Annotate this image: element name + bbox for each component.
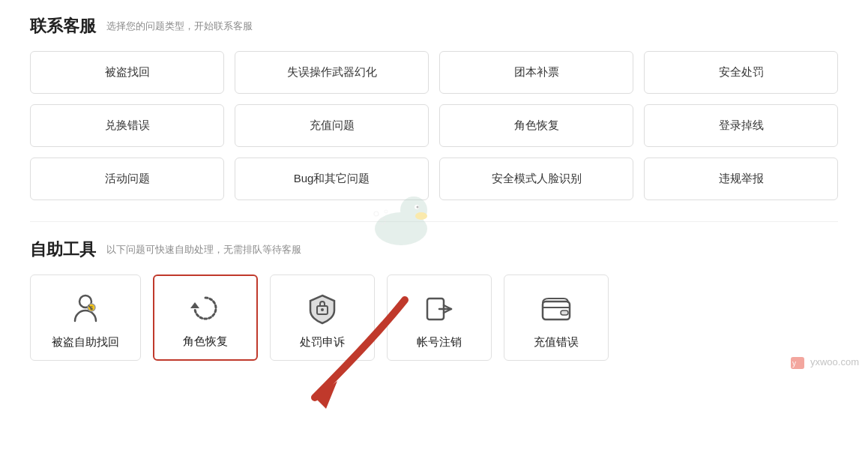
tool-recharge-label: 充值错误 xyxy=(534,335,579,350)
tools-subtitle: 以下问题可快速自助处理，无需排队等待客服 xyxy=(106,243,301,256)
btn-role-restore[interactable]: 角色恢复 xyxy=(439,104,633,147)
tool-penalty-label: 处罚申诉 xyxy=(300,335,345,350)
btn-recharge[interactable]: 充值问题 xyxy=(235,104,429,147)
svg-point-14 xyxy=(417,206,419,208)
svg-marker-3 xyxy=(190,302,199,308)
tool-account-cancel[interactable]: 帐号注销 xyxy=(387,274,492,361)
svg-point-11 xyxy=(400,196,427,224)
watermark-text: yxwoo.com xyxy=(810,356,859,368)
logout-icon xyxy=(423,290,456,328)
btn-login-drop[interactable]: 登录掉线 xyxy=(644,104,838,147)
tool-stolen-label: 被盗自助找回 xyxy=(52,335,119,350)
wallet-icon xyxy=(540,290,573,328)
svg-point-17 xyxy=(385,210,388,213)
tool-recharge-error[interactable]: 充值错误 xyxy=(504,274,609,361)
svg-point-16 xyxy=(374,212,379,216)
tool-role-restore[interactable]: 角色恢复 xyxy=(153,274,258,361)
svg-marker-18 xyxy=(315,381,337,409)
btn-report[interactable]: 违规举报 xyxy=(644,158,838,200)
refresh-icon xyxy=(189,290,222,327)
contact-section-header: 联系客服 选择您的问题类型，开始联系客服 xyxy=(30,15,838,38)
svg-rect-9 xyxy=(561,310,568,315)
btn-weapon[interactable]: 失误操作武器幻化 xyxy=(235,51,429,94)
tool-cancel-label: 帐号注销 xyxy=(417,335,462,350)
tools-section: 自助工具 以下问题可快速自助处理，无需排队等待客服 $ 被盗自助找回 xyxy=(30,238,838,361)
svg-text:y: y xyxy=(792,359,796,368)
watermark: y yxwoo.com xyxy=(790,356,859,370)
btn-bug[interactable]: Bug和其它问题 xyxy=(235,158,429,200)
contact-title: 联系客服 xyxy=(30,15,96,38)
tools-grid: $ 被盗自助找回 角色恢复 xyxy=(30,274,838,361)
tool-role-label: 角色恢复 xyxy=(183,334,228,349)
tool-stolen-recovery[interactable]: $ 被盗自助找回 xyxy=(30,274,141,361)
btn-face-auth[interactable]: 安全模式人脸识别 xyxy=(439,158,633,200)
btn-stolen[interactable]: 被盗找回 xyxy=(30,51,224,94)
tools-section-header: 自助工具 以下问题可快速自助处理，无需排队等待客服 xyxy=(30,238,838,261)
thief-icon: $ xyxy=(69,290,102,328)
btn-exchange-error[interactable]: 兑换错误 xyxy=(30,104,224,147)
btn-security-penalty[interactable]: 安全处罚 xyxy=(644,51,838,94)
btn-activity[interactable]: 活动问题 xyxy=(30,158,224,200)
tools-title: 自助工具 xyxy=(30,238,96,261)
shield-icon xyxy=(306,290,339,328)
svg-point-5 xyxy=(321,308,324,311)
btn-raid[interactable]: 团本补票 xyxy=(439,51,633,94)
svg-point-13 xyxy=(415,205,419,209)
svg-point-12 xyxy=(415,212,427,220)
contact-buttons-grid: 被盗找回 失误操作武器幻化 团本补票 安全处罚 兑换错误 充值问题 角色恢复 登… xyxy=(30,51,838,200)
section-divider xyxy=(30,221,838,222)
contact-subtitle: 选择您的问题类型，开始联系客服 xyxy=(106,20,253,33)
tool-penalty-appeal[interactable]: 处罚申诉 xyxy=(270,274,375,361)
